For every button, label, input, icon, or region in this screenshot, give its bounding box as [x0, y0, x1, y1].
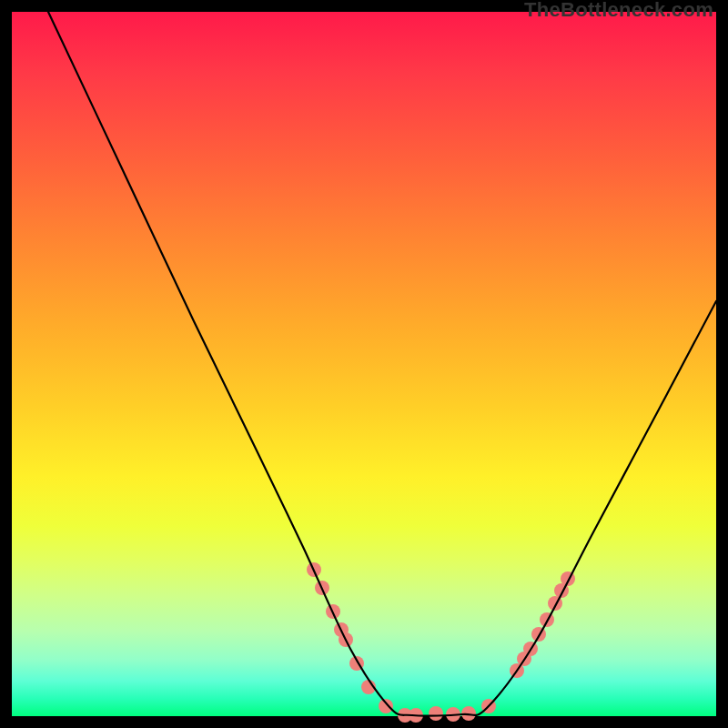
watermark-text: TheBottleneck.com	[524, 0, 713, 20]
plot-area	[12, 12, 716, 716]
marker-dot	[379, 699, 393, 713]
marker-dot	[429, 706, 443, 721]
bottleneck-curve	[48, 12, 716, 716]
chart-svg	[12, 12, 716, 716]
